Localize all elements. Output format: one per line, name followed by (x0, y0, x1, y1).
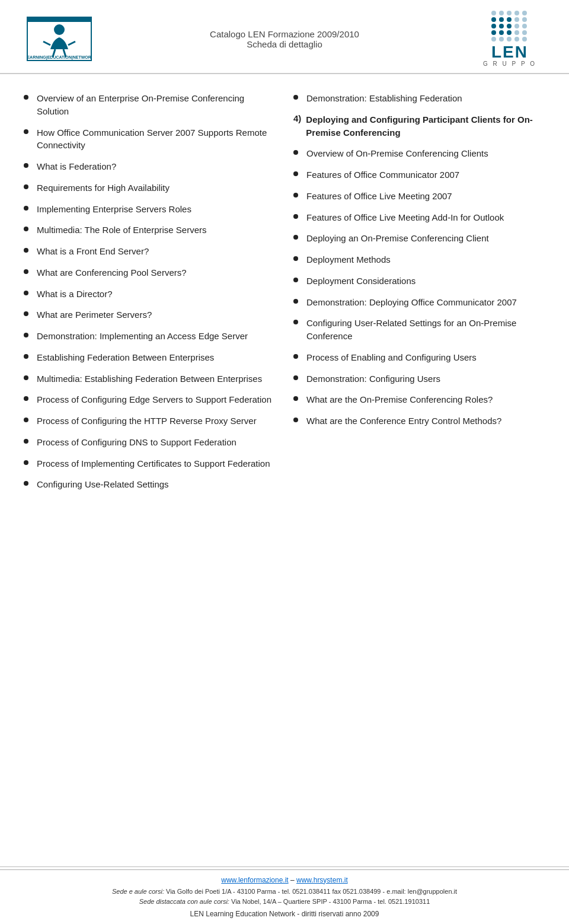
bullet-icon (293, 299, 298, 304)
list-item: Demonstration: Configuring Users (293, 372, 545, 385)
bullet-icon (293, 354, 298, 359)
bullet-icon (24, 163, 28, 168)
bullet-icon (24, 333, 28, 337)
list-item: Deployment Considerations (293, 275, 545, 288)
footer-address2: Via Nobel, 14/A – Quartiere SPIP - 43100… (229, 898, 430, 905)
footer-bottom: LEN Learning Education Network - diritti… (24, 910, 545, 918)
list-item: Demonstration: Deploying Office Communic… (293, 296, 545, 309)
bullet-icon (293, 256, 298, 261)
list-item: How Office Communication Server 2007 Sup… (24, 126, 276, 152)
bullet-icon (293, 418, 298, 422)
bullet-icon (24, 375, 28, 380)
bullet-icon (24, 129, 28, 134)
bullet-icon (24, 291, 28, 295)
list-item: Multimedia: The Role of Enterprise Serve… (24, 224, 276, 237)
list-item: Overview of an Enterprise On-Premise Con… (24, 92, 276, 118)
left-list: Overview of an Enterprise On-Premise Con… (24, 92, 276, 491)
right-list-section4: Overview of On-Premise Conferencing Clie… (293, 147, 545, 428)
bullet-icon (24, 248, 28, 253)
list-item: What are the Conference Entry Control Me… (293, 415, 545, 428)
footer-address1-label: Sede e aule corsi: (112, 888, 164, 895)
list-item: What are Perimeter Servers? (24, 308, 276, 321)
list-item: Process of Configuring the HTTP Reverse … (24, 415, 276, 428)
bullet-icon (293, 150, 298, 155)
bullet-icon (293, 214, 298, 219)
list-item: Process of Enabling and Configuring User… (293, 351, 545, 364)
logo-right: LEN G R U P P O (474, 11, 545, 67)
list-item: Demonstration: Implementing an Access Ed… (24, 330, 276, 343)
bullet-icon (24, 439, 28, 444)
footer-address1: Via Golfo dei Poeti 1/A - 43100 Parma - … (164, 888, 457, 895)
footer-links: www.lenformazione.it – www.hrsystem.it (24, 876, 545, 884)
bullet-icon (293, 375, 298, 380)
page-header: LEARNING|EDUCATION|NETWORK Catalogo LEN … (0, 0, 569, 74)
list-item: Process of Configuring DNS to Support Fe… (24, 436, 276, 449)
logo-right-gruppo: G R U P P O (483, 60, 536, 67)
bullet-icon (293, 320, 298, 324)
section4-header: 4) Deploying and Configuring Participant… (293, 113, 545, 139)
right-list: Demonstration: Establishing Federation (293, 92, 545, 105)
list-item: Features of Office Communicator 2007 (293, 168, 545, 181)
section-title: Deploying and Configuring Participant Cl… (306, 113, 545, 139)
list-item: Configuring User-Related Settings for an… (293, 317, 545, 343)
main-content: Overview of an Enterprise On-Premise Con… (0, 74, 569, 511)
footer-address2-label: Sede distaccata con aule corsi: (139, 898, 229, 905)
list-item: Demonstration: Establishing Federation (293, 92, 545, 105)
list-item: Deploying an On-Premise Conferencing Cli… (293, 232, 545, 245)
section-number: 4) (293, 113, 301, 123)
list-item: What is a Director? (24, 288, 276, 301)
list-item: Features of Office Live Meeting 2007 (293, 190, 545, 203)
bullet-icon (293, 95, 298, 100)
bullet-icon (293, 396, 298, 401)
list-item: What are the On-Premise Conferencing Rol… (293, 393, 545, 406)
list-item: Overview of On-Premise Conferencing Clie… (293, 147, 545, 160)
bullet-icon (293, 171, 298, 176)
list-item: Process of Configuring Edge Servers to S… (24, 393, 276, 406)
bullet-icon (24, 227, 28, 231)
dots-pattern (491, 11, 528, 42)
bullet-icon (293, 278, 298, 282)
list-item: Features of Office Live Meeting Add-In f… (293, 211, 545, 224)
list-item: Multimedia: Establishing Federation Betw… (24, 372, 276, 385)
header-center: Catalogo LEN Formazione 2009/2010 Scheda… (95, 29, 474, 49)
bullet-icon (293, 235, 298, 240)
logo-right-text: LEN (491, 44, 528, 60)
list-item: Configuring Use-Related Settings (24, 478, 276, 491)
list-item: What are Conferencing Pool Servers? (24, 266, 276, 279)
bullet-icon (24, 396, 28, 401)
list-item: Process of Implementing Certificates to … (24, 457, 276, 470)
list-item: Implementing Enterprise Servers Roles (24, 203, 276, 216)
right-column: Demonstration: Establishing Federation 4… (293, 92, 545, 499)
bullet-icon (24, 354, 28, 359)
list-item: What is a Front End Server? (24, 245, 276, 258)
logo-left: LEARNING|EDUCATION|NETWORK (24, 15, 95, 63)
footer-address: Sede e aule corsi: Via Golfo dei Poeti 1… (24, 887, 545, 907)
bullet-icon (24, 269, 28, 274)
bullet-icon (24, 95, 28, 100)
list-item: Establishing Federation Between Enterpri… (24, 351, 276, 364)
bullet-icon (293, 193, 298, 197)
header-title-line1: Catalogo LEN Formazione 2009/2010 (95, 29, 474, 39)
header-title-line2: Scheda di dettaglio (95, 39, 474, 49)
list-item: What is Federation? (24, 160, 276, 173)
page-footer: www.lenformazione.it – www.hrsystem.it S… (0, 869, 569, 924)
bullet-icon (24, 206, 28, 211)
svg-rect-1 (27, 17, 91, 22)
svg-line-4 (68, 42, 75, 45)
list-item: Deployment Methods (293, 253, 545, 266)
left-column: Overview of an Enterprise On-Premise Con… (24, 92, 276, 499)
bullet-icon (24, 184, 28, 189)
bullet-icon (24, 481, 28, 486)
svg-line-3 (43, 42, 50, 45)
footer-link-separator: – (290, 876, 296, 884)
svg-point-2 (54, 24, 65, 35)
bullet-icon (24, 460, 28, 465)
footer-link1[interactable]: www.lenformazione.it (221, 876, 288, 884)
list-item: Requirements for High Availability (24, 181, 276, 195)
bullet-icon (24, 311, 28, 316)
bullet-icon (24, 418, 28, 422)
footer-link2[interactable]: www.hrsystem.it (296, 876, 348, 884)
svg-text:LEARNING|EDUCATION|NETWORK: LEARNING|EDUCATION|NETWORK (27, 55, 92, 60)
